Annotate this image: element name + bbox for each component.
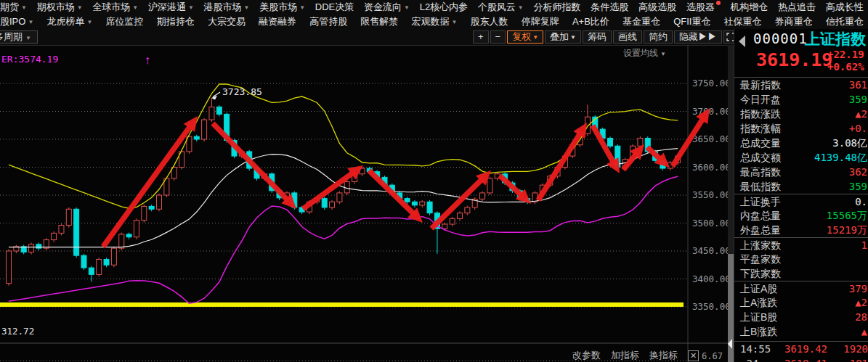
menu-item-label: 股IPO: [0, 16, 25, 27]
stat-row-13: 下跌家数: [734, 266, 868, 281]
candle-body: [480, 193, 485, 199]
indicator-tool-0[interactable]: 改参数: [572, 349, 601, 362]
chart-toolbar: 更多周期▼ +−复权▼叠加▼筹码画线简约隐藏▶▶: [0, 29, 734, 45]
menu-item-label: 选股器: [686, 1, 715, 12]
candle-body: [405, 199, 410, 202]
menu-row2-item-13[interactable]: QFII重仓: [673, 15, 710, 28]
stat-row-4: 总成交量3.08亿: [734, 136, 868, 150]
menu-row1-item-11[interactable]: 条件选股: [591, 1, 628, 14]
toolbar-button-1[interactable]: −: [490, 30, 506, 44]
menu-item-label: 期指持仓: [157, 16, 195, 27]
toolbar-button-label: 复权: [512, 31, 531, 42]
stat-row-9: 内盘总量15565万: [734, 208, 868, 223]
menu-item-label: 高级选股: [638, 1, 676, 12]
chevron-down-icon: ▼: [132, 4, 138, 11]
toolbar-button-label: 画线: [618, 31, 637, 42]
tick-list[interactable]: 14:553619.421920:343619.41181: [734, 341, 868, 362]
toolbar-button-label: 叠加: [550, 31, 569, 42]
chevron-down-icon: ▼: [570, 34, 576, 41]
close-pane-icon[interactable]: ✕: [688, 350, 699, 361]
menu-row2-item-5[interactable]: 融资融券: [259, 15, 296, 28]
menu-row2-item-9[interactable]: 股东人数: [471, 15, 508, 28]
menu-row1-item-10[interactable]: 分析师指数: [533, 1, 580, 14]
chevron-down-icon: ▼: [28, 19, 33, 25]
candle-body: [104, 260, 109, 266]
menu-row2-item-12[interactable]: 基金重仓: [622, 15, 660, 28]
candle-body: [59, 226, 64, 234]
candle-body: [157, 195, 162, 209]
menu-row1-item-7[interactable]: 资金流向▼: [364, 1, 410, 14]
toolbar-button-5[interactable]: 画线: [613, 30, 642, 44]
menu-row2-item-1[interactable]: 龙虎榜单▼: [46, 15, 92, 28]
toolbar-button-0[interactable]: +: [473, 30, 489, 44]
menu-row1-item-1[interactable]: 期权市场▼: [37, 1, 83, 14]
menu-row2-item-15[interactable]: 券商重仓: [775, 15, 813, 28]
menu-row1-item-13[interactable]: 选股器: [686, 1, 721, 14]
menu-row1-item-9[interactable]: 个股风云▼: [478, 1, 524, 14]
tick-price: 3619.42: [779, 342, 827, 356]
candle-body: [149, 206, 154, 209]
vertical-scrollbar[interactable]: [728, 45, 734, 362]
candle-body: [97, 260, 102, 275]
menu-row1-item-0[interactable]: 融期货▼: [0, 1, 27, 14]
menu-row2-item-3[interactable]: 期指持仓: [157, 15, 195, 28]
menu-item-label: 港股市场: [204, 1, 242, 12]
toolbar-button-4[interactable]: 筹码: [583, 30, 612, 44]
menu-row1-item-2[interactable]: 全球市场▼: [92, 1, 138, 14]
candle-body: [74, 209, 79, 255]
toolbar-button-3[interactable]: 叠加▼: [545, 30, 581, 44]
menu-row2-item-4[interactable]: 大宗交易: [208, 15, 246, 28]
toolbar-button-7[interactable]: 隐藏▶▶: [674, 30, 722, 44]
menu-row1-item-15[interactable]: 热点追击: [778, 1, 816, 14]
menu-row1-item-4[interactable]: 港股市场▼: [204, 1, 250, 14]
stat-value: 361: [849, 78, 867, 92]
more-period-button[interactable]: 更多周期▼: [0, 30, 38, 44]
stat-row-3: 指数涨幅+0.: [734, 121, 868, 136]
menu-item-label: 高成长性: [826, 1, 864, 12]
stat-row-2: 指数涨跌▲2: [734, 107, 868, 121]
menu-row1-item-6[interactable]: DDE决策: [315, 1, 354, 14]
menu-row1-item-14[interactable]: 机构增仓: [730, 1, 768, 14]
ma-settings-button[interactable]: 设置均线▼: [623, 47, 666, 59]
menu-row1-item-16[interactable]: 高成长性: [826, 1, 864, 14]
candle-body: [608, 138, 613, 146]
menu-row2-item-10[interactable]: 停牌复牌: [522, 15, 559, 28]
chevron-down-icon: ▼: [660, 51, 666, 57]
menu-row2-item-16[interactable]: 信托重仓: [826, 15, 864, 28]
tick-volume: 1920: [843, 342, 868, 356]
tick-price: 3619.41: [779, 356, 827, 362]
stat-label: 上证B股: [740, 310, 777, 324]
menu-row1-item-12[interactable]: 高级选股: [638, 1, 676, 14]
stat-row-8: 上证换手0.: [734, 194, 868, 208]
toolbar-button-2[interactable]: 复权▼: [507, 30, 543, 44]
stat-row-0: 最新指数361: [734, 78, 868, 92]
menu-item-label: 宏观数据: [412, 16, 450, 27]
menu-item-label: QFII重仓: [673, 16, 710, 27]
toolbar-button-label: −: [495, 31, 501, 42]
menu-row2-item-2[interactable]: 席位监控: [106, 15, 144, 28]
stat-value: 1: [861, 238, 867, 252]
indicator-tool-1[interactable]: 加指标: [611, 349, 639, 362]
menu-row1-item-5[interactable]: 美股市场▼: [259, 1, 305, 14]
stat-value: ▲2: [855, 107, 867, 121]
menu-row2-item-6[interactable]: 高管持股: [309, 15, 347, 28]
menu-row2-item-11[interactable]: A+B比价: [572, 15, 609, 28]
toolbar-button-label: 隐藏▶▶: [679, 31, 717, 42]
trend-arrow-shaft: [500, 176, 523, 197]
kline-chart-canvas[interactable]: 3750.003700.003650.003600.003550.003500.…: [0, 45, 734, 362]
stat-row-14: 上证A股379: [734, 281, 868, 295]
menu-row1-item-3[interactable]: 沪深港通▼: [148, 1, 194, 14]
toolbar-button-6[interactable]: 简约: [644, 30, 673, 44]
indicator-tool-2[interactable]: 换指标: [649, 349, 678, 362]
menu-row1-item-8[interactable]: L2核心内参: [420, 1, 468, 14]
menu-row2-item-8[interactable]: 宏观数据▼: [412, 15, 458, 28]
pane-min-label: 312.72: [1, 326, 34, 337]
candle-body: [66, 209, 71, 225]
menu-row2-item-7[interactable]: 限售解禁: [360, 15, 398, 28]
back-arrow-icon[interactable]: [739, 36, 745, 47]
trend-arrow-shaft: [369, 170, 415, 215]
y-axis-label: 3600.00: [692, 162, 731, 173]
stat-label: 最高指数: [740, 165, 781, 179]
menu-row2-item-0[interactable]: 股IPO▼: [0, 15, 33, 28]
menu-row2-item-14[interactable]: 社保重仓: [724, 15, 762, 28]
